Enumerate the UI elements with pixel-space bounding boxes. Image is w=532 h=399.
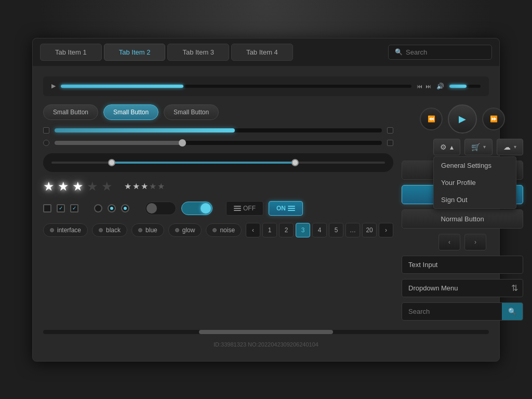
watermark: ID:33981323 NO:2022042309206240104 xyxy=(33,338,499,351)
menu-item-general[interactable]: General Settings xyxy=(434,157,516,174)
forward-button[interactable]: ⏩ xyxy=(482,108,505,130)
search-right: 🔍 xyxy=(402,302,523,321)
scrollbar-area xyxy=(33,326,499,338)
star-4[interactable]: ★ xyxy=(87,179,98,194)
play-button[interactable]: ▶ xyxy=(448,104,477,134)
tag-label-blue: blue xyxy=(145,227,157,234)
page-2[interactable]: 2 xyxy=(279,223,294,237)
tag-noise[interactable]: noise xyxy=(206,223,242,237)
cart-button[interactable]: 🛒 ▾ xyxy=(464,139,493,155)
toggle-on[interactable] xyxy=(181,202,212,215)
tag-dot-noise xyxy=(212,228,217,232)
page-4[interactable]: 4 xyxy=(312,223,327,237)
small-button-3[interactable]: Small Button xyxy=(164,104,219,120)
star-sm-3[interactable]: ★ xyxy=(141,181,148,191)
slider-fill-1 xyxy=(55,128,235,132)
slider-radio-1[interactable] xyxy=(43,140,49,146)
small-button-1[interactable]: Small Button xyxy=(43,104,98,120)
tab-search: 🔍 xyxy=(388,45,492,60)
slider-checkbox-3[interactable] xyxy=(387,140,393,146)
dropdown-select[interactable]: Dropdown Menu Option 1 Option 2 xyxy=(402,279,523,297)
small-button-2[interactable]: Small Button xyxy=(103,104,158,120)
page-ellipsis: … xyxy=(345,223,360,237)
tab-item-2[interactable]: Tab Item 2 xyxy=(104,44,166,61)
page-3-active[interactable]: 3 xyxy=(296,223,310,237)
tag-dot-glow xyxy=(175,228,179,232)
scrollbar-thumb[interactable] xyxy=(199,330,332,334)
star-sm-4[interactable]: ★ xyxy=(149,181,156,191)
tab-search-input[interactable] xyxy=(406,48,485,56)
search-right-button[interactable]: 🔍 xyxy=(502,303,523,320)
page-1[interactable]: 1 xyxy=(262,223,277,237)
arrow-right-button[interactable]: › xyxy=(464,234,486,250)
slider-checkbox-2[interactable] xyxy=(387,127,393,134)
checkbox-2-checked[interactable] xyxy=(57,204,65,212)
star-sm-1[interactable]: ★ xyxy=(124,181,131,191)
range-thumb-left[interactable] xyxy=(108,159,115,166)
dropdown-select-wrapper: Dropdown Menu Option 1 Option 2 ⇅ xyxy=(402,279,523,297)
pagination: ‹ 1 2 3 4 5 … 20 › xyxy=(246,223,393,237)
on-button[interactable]: ON xyxy=(269,201,303,216)
slider-thumb-2[interactable] xyxy=(179,139,186,147)
range-slider[interactable] xyxy=(43,153,393,172)
range-track xyxy=(51,162,385,164)
star-2[interactable]: ★ xyxy=(58,179,69,194)
radio-3-checked[interactable] xyxy=(121,204,129,212)
checkbox-3-checked[interactable] xyxy=(70,204,78,212)
star-sm-5[interactable]: ★ xyxy=(157,181,165,191)
slider-fill-2 xyxy=(55,141,185,145)
menu-item-signout[interactable]: Sign Out xyxy=(434,191,516,208)
search-right-icon: 🔍 xyxy=(508,308,516,315)
volume-track[interactable] xyxy=(449,85,481,88)
radio-2-checked[interactable] xyxy=(108,204,116,212)
progress-track[interactable] xyxy=(61,85,411,88)
forward-icon-small[interactable]: ⏭ xyxy=(425,83,431,89)
tag-blue[interactable]: blue xyxy=(131,223,164,237)
gear-button[interactable]: ⚙ ▴ xyxy=(433,139,460,155)
cloud-button[interactable]: ☁ ▾ xyxy=(497,139,523,155)
tag-glow[interactable]: glow xyxy=(168,223,202,237)
play-icon-small[interactable]: ▶ xyxy=(51,83,56,89)
radio-1[interactable] xyxy=(94,204,102,212)
search-right-input[interactable] xyxy=(402,303,502,320)
volume-icon: 🔊 xyxy=(436,83,444,90)
toggle-off[interactable] xyxy=(145,202,176,215)
slider-checkbox-1[interactable] xyxy=(43,127,49,134)
range-thumb-right[interactable] xyxy=(291,159,299,166)
checkbox-1[interactable] xyxy=(43,204,51,212)
tab-item-4[interactable]: Tab Item 4 xyxy=(231,44,293,61)
star-sm-2[interactable]: ★ xyxy=(132,181,140,191)
star-5[interactable]: ★ xyxy=(101,179,113,194)
off-label: OFF xyxy=(243,205,256,212)
normal-button-3[interactable]: Normal Button xyxy=(402,209,523,229)
menu-item-profile[interactable]: Your Profile xyxy=(434,174,516,191)
page-20[interactable]: 20 xyxy=(362,223,377,237)
gear-arrow: ▴ xyxy=(450,143,454,151)
tag-label-glow: glow xyxy=(182,227,195,234)
tag-interface[interactable]: interface xyxy=(43,223,88,237)
slider-track-2[interactable] xyxy=(55,141,382,145)
page-prev[interactable]: ‹ xyxy=(246,223,260,237)
icon-buttons-row: ⚙ ▴ General Settings Your Profile Sign O… xyxy=(402,139,523,155)
star-1[interactable]: ★ xyxy=(43,179,55,194)
off-button[interactable]: OFF xyxy=(226,201,263,216)
tab-item-3[interactable]: Tab Item 3 xyxy=(167,44,229,61)
cloud-icon: ☁ xyxy=(503,143,511,151)
tag-label-noise: noise xyxy=(220,227,235,234)
tag-black[interactable]: black xyxy=(92,223,127,237)
star-3[interactable]: ★ xyxy=(72,179,84,194)
arrow-left-button[interactable]: ‹ xyxy=(438,234,460,250)
rewind-button[interactable]: ⏪ xyxy=(420,108,443,130)
page-next[interactable]: › xyxy=(379,223,393,237)
media-player: ▶ ⏮ ⏭ 🔊 xyxy=(43,76,489,96)
text-input-field[interactable] xyxy=(402,256,523,274)
media-ctrl-btns: ⏪ ▶ ⏩ xyxy=(402,104,523,134)
slider-track-1[interactable] xyxy=(55,128,382,132)
tab-item-1[interactable]: Tab Item 1 xyxy=(40,44,102,61)
page-5[interactable]: 5 xyxy=(329,223,343,237)
rewind-icon-small[interactable]: ⏮ xyxy=(417,83,422,89)
tag-dot-black xyxy=(99,228,103,232)
tag-dot-interface xyxy=(50,228,54,232)
scrollbar-track[interactable] xyxy=(43,330,489,334)
slider-row-1 xyxy=(43,127,393,134)
